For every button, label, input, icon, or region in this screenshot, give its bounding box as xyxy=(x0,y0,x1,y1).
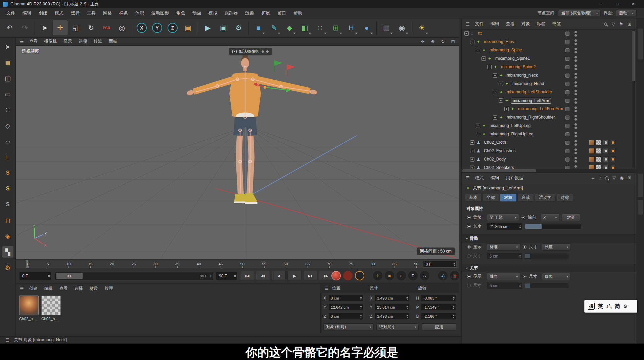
collapsed-panel-tab[interactable] xyxy=(638,29,643,59)
end-frame-spinner[interactable] xyxy=(234,274,236,278)
new-panel-icon[interactable] xyxy=(628,175,631,180)
section-joint[interactable]: 关节 xyxy=(462,264,636,272)
key-parameter-toggle[interactable]: P xyxy=(408,271,418,280)
phong-tag[interactable] xyxy=(603,148,609,154)
layer-toggle[interactable] xyxy=(565,99,569,103)
viewport-menu-item-4[interactable]: 选项 xyxy=(75,39,90,44)
expand-toggle-icon[interactable]: + xyxy=(476,132,480,136)
am-menu-item-1[interactable]: 模式 xyxy=(472,175,487,181)
play-button[interactable]: ▶ xyxy=(287,271,302,281)
layer-toggle[interactable] xyxy=(565,90,569,94)
materials-menu-item-2[interactable]: 编辑 xyxy=(41,286,56,291)
rotation-h-field[interactable]: -0.063 ° xyxy=(421,295,456,302)
go-to-start-button[interactable]: ▮◀ xyxy=(240,271,254,281)
expand-toggle-icon[interactable]: + xyxy=(493,115,497,120)
psr-tool[interactable]: PSR xyxy=(99,20,114,35)
texture-tag[interactable] xyxy=(589,140,595,145)
keyframe-dot[interactable] xyxy=(467,216,471,219)
weights-tag[interactable] xyxy=(610,140,616,145)
ime-settings-icon[interactable] xyxy=(623,304,628,309)
previous-frame-button[interactable]: ◀ xyxy=(272,271,286,281)
menubar-item-17[interactable]: 窗口 xyxy=(274,8,290,18)
material-label[interactable]: Ch02_h... xyxy=(41,317,61,321)
render-view-button[interactable]: ▶ xyxy=(200,20,215,35)
value-spinner[interactable] xyxy=(406,297,408,300)
viewport-menu-item-6[interactable]: 面板 xyxy=(105,39,121,44)
render-picture-viewer-button[interactable]: ▣ xyxy=(216,20,231,35)
go-to-end-button[interactable]: ▮▶ xyxy=(319,271,333,281)
texture-tag[interactable] xyxy=(596,140,602,145)
add-panel-icon[interactable] xyxy=(628,21,631,27)
record-keyframe-button[interactable] xyxy=(331,271,341,280)
menubar-item-12[interactable]: 动画 xyxy=(189,8,205,18)
tree-item-label[interactable]: mixamorig_Spine1 xyxy=(494,56,532,61)
expand-toggle-icon[interactable]: + xyxy=(470,149,474,153)
viewport-menu-item-2[interactable]: 摄像机 xyxy=(41,39,60,44)
visibility-dots[interactable] xyxy=(574,56,577,62)
texture-tag[interactable] xyxy=(589,165,595,169)
material-thumbnail-body[interactable] xyxy=(19,296,39,315)
phong-tag[interactable] xyxy=(603,156,609,162)
tab-1[interactable]: 基本 xyxy=(465,194,481,201)
live-selection-tool[interactable]: ➤ xyxy=(37,20,52,35)
tree-item-label[interactable]: mixamorig_Spine xyxy=(488,47,524,53)
texture-tag[interactable] xyxy=(596,165,602,169)
value-spinner[interactable] xyxy=(406,306,408,309)
lock-icon[interactable] xyxy=(620,175,624,180)
snap-modes-button[interactable]: S xyxy=(2,183,13,194)
visibility-dots[interactable] xyxy=(574,140,577,146)
tree-item-label[interactable]: mixamorig_LeftForeArm xyxy=(516,106,565,111)
tree-item-label[interactable]: mixamorig_LeftArm xyxy=(511,98,551,104)
om-panel-menu-icon[interactable] xyxy=(464,21,471,27)
texture-mode-button[interactable]: ◫ xyxy=(2,73,13,84)
layer-toggle[interactable] xyxy=(565,141,569,145)
ime-item-4[interactable]: 简 xyxy=(615,303,620,310)
layer-toggle[interactable] xyxy=(565,74,569,78)
length-spinner[interactable] xyxy=(519,225,521,228)
tree-row-mixamorig-hips[interactable]: −✦mixamorig_Hips xyxy=(462,38,636,46)
layer-toggle[interactable] xyxy=(565,40,569,44)
size-x-field[interactable]: 3.498 cm xyxy=(375,295,410,302)
lock-y-axis-button[interactable]: Y xyxy=(150,20,165,35)
ime-item-3[interactable]: ♪’, xyxy=(606,303,612,309)
weights-tag[interactable] xyxy=(610,148,616,154)
generator-button[interactable]: ◧ xyxy=(297,20,312,35)
materials-menu-item-6[interactable]: 纹理 xyxy=(101,286,117,291)
parent-up-icon[interactable] xyxy=(599,175,601,180)
redo-button[interactable]: ↷ xyxy=(17,20,32,35)
visibility-dots[interactable] xyxy=(574,123,577,129)
menubar-item-7[interactable]: 网格 xyxy=(99,8,116,18)
position-x-field[interactable]: 0 cm xyxy=(328,295,363,302)
filter-icon[interactable] xyxy=(612,175,616,180)
add-primitive-button[interactable]: ■ xyxy=(251,20,266,35)
node-space-dropdown[interactable]: 当前 (标准/物理) xyxy=(558,10,601,17)
scale-tool[interactable]: ◱ xyxy=(68,20,83,35)
move-view-icon[interactable]: ✛ xyxy=(419,39,426,45)
keyframe-dot[interactable] xyxy=(521,216,525,219)
collapse-toggle-icon[interactable]: − xyxy=(487,65,492,69)
om-menu-item-3[interactable]: 查看 xyxy=(503,21,518,27)
value-spinner[interactable] xyxy=(360,297,362,300)
keyframe-dot[interactable] xyxy=(467,275,471,278)
phong-tag[interactable] xyxy=(603,140,609,145)
search-icon[interactable] xyxy=(604,22,607,26)
tree-item-label[interactable]: mixamorig_RightShoulder xyxy=(505,115,557,120)
tree-item-label[interactable]: mixamorig_Neck xyxy=(505,73,540,78)
size-z-field[interactable]: 3.498 cm xyxy=(375,313,410,320)
visibility-dots[interactable] xyxy=(574,64,577,70)
value-spinner[interactable] xyxy=(406,315,408,318)
floor-button[interactable]: ▦ xyxy=(379,20,394,35)
tree-row-mixamorig-neck[interactable]: −✦mixamorig_Neck xyxy=(462,72,636,80)
simulate-button[interactable]: ● xyxy=(359,20,374,35)
tree-item-label[interactable]: mixamorig_Spine2 xyxy=(499,64,538,70)
tree-row-mixamorig-spine[interactable]: −✦mixamorig_Spine xyxy=(462,46,636,55)
minimize-button[interactable]: ─ xyxy=(593,0,609,8)
viewport-panel-menu-icon[interactable] xyxy=(18,39,25,44)
joint-size-slider[interactable] xyxy=(525,283,568,288)
material-label[interactable]: Ch02_b... xyxy=(19,317,39,321)
lock-z-axis-button[interactable]: Z xyxy=(165,20,180,35)
visibility-dots[interactable] xyxy=(574,39,577,45)
materials-menu-item-1[interactable]: 创建 xyxy=(26,286,41,291)
make-editable-button[interactable]: ➤ xyxy=(2,41,13,52)
search-icon[interactable] xyxy=(605,176,608,179)
